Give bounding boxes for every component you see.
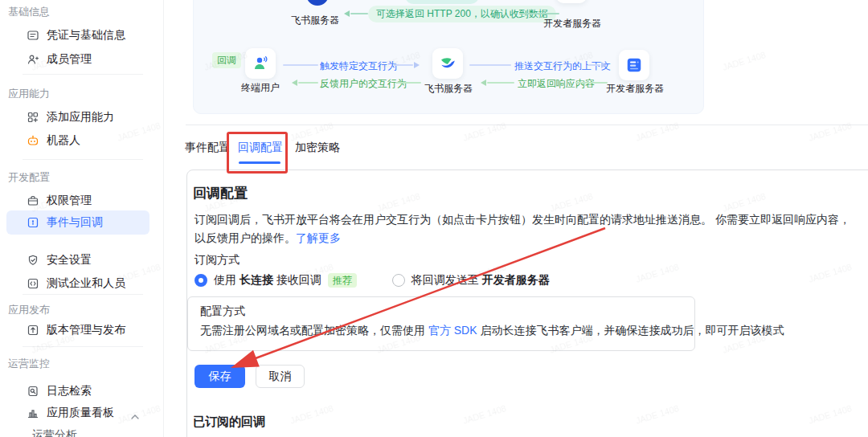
flow-label: 立即返回响应内容: [518, 77, 595, 91]
sidebar-item-ops-analysis[interactable]: 运营分析: [32, 428, 77, 437]
tab-event-config[interactable]: 事件配置: [185, 141, 230, 155]
dev-server-node: [619, 50, 649, 80]
option-long-connection-label: 使用 长连接 接收回调: [214, 273, 321, 288]
sidebar-section-ops-monitor: 运营监控: [8, 357, 50, 371]
flow-label: 触发特定交互行为: [320, 59, 397, 73]
sidebar-divider: [23, 159, 143, 160]
robot-icon: [27, 134, 39, 147]
diagram-node-label: 飞书服务器: [291, 14, 339, 27]
sidebar-item-label: 版本管理与发布: [47, 323, 125, 337]
event-callback-icon: [27, 216, 39, 229]
radio-long-connection[interactable]: [194, 274, 207, 287]
subscribed-callbacks-title: 已订阅的回调: [193, 415, 265, 430]
flow-label: 推送交互行为的上下文: [514, 59, 611, 73]
sidebar-item-log-search[interactable]: 日志检索: [6, 380, 149, 402]
sidebar-item-security[interactable]: 安全设置: [6, 249, 149, 272]
diagram-node-label: 开发者服务器: [605, 82, 665, 96]
official-sdk-link[interactable]: 官方 SDK: [428, 324, 477, 337]
save-button[interactable]: 保存: [194, 365, 245, 388]
sidebar-item-label: 日志检索: [47, 384, 92, 398]
arrow-left-icon: [481, 80, 486, 86]
sidebar-section-basic-info: 基础信息: [8, 5, 50, 19]
diagram-node-label: 飞书服务器: [424, 82, 473, 96]
sidebar-item-label: 机器人: [47, 133, 80, 148]
sidebar-item-quality-board[interactable]: 应用质量看板: [6, 402, 149, 424]
id-card-icon: [27, 29, 39, 42]
diagram-node-label: 开发者服务器: [542, 17, 602, 31]
sidebar-item-label: 应用质量看板: [47, 406, 114, 420]
sidebar-item-version-release[interactable]: 版本管理与发布: [6, 319, 149, 341]
sidebar-divider: [23, 346, 143, 347]
tab-encrypt-policy[interactable]: 加密策略: [295, 141, 340, 155]
subscribe-mode-label: 订阅方式: [194, 253, 240, 268]
learn-more-link[interactable]: 了解更多: [296, 231, 341, 244]
sidebar-section-dev-config: 开发配置: [8, 170, 50, 185]
sidebar-item-add-capability[interactable]: 添加应用能力: [6, 106, 149, 129]
tab-callback-config[interactable]: 回调配置: [238, 141, 283, 155]
upload-square-icon: [27, 324, 39, 337]
shield-check-icon: [27, 254, 39, 267]
sidebar-item-label: 测试企业和人员: [47, 276, 125, 291]
user-plus-icon: [27, 53, 39, 66]
sidebar-item-credentials[interactable]: 凭证与基础信息: [6, 24, 149, 47]
end-user-node: [245, 48, 276, 79]
sidebar-item-members[interactable]: 成员管理: [6, 48, 149, 71]
chevron-up-icon[interactable]: [130, 409, 140, 415]
sidebar-item-label: 添加应用能力: [47, 110, 114, 125]
active-tab-underline: [239, 161, 280, 164]
arrow-left-icon: [344, 10, 350, 17]
option-dev-server-label: 将回调发送至 开发者服务器: [411, 273, 550, 288]
log-search-icon: [27, 385, 39, 398]
grid-plus-icon: [27, 111, 39, 124]
feishu-logo-icon: [438, 54, 457, 73]
server-icon: [625, 56, 643, 74]
config-mode-title: 配置方式: [200, 304, 245, 319]
sidebar-divider: [23, 294, 143, 295]
arrow-left-icon: [292, 80, 297, 86]
recommended-badge: 推荐: [328, 273, 357, 288]
sidebar-item-label: 成员管理: [47, 52, 92, 67]
sidebar-section-app-release: 应用发布: [8, 303, 50, 317]
sidebar-item-bot[interactable]: 机器人: [6, 129, 149, 152]
subscribe-options: 使用 长连接 接收回调 推荐 将回调发送至 开发者服务器: [194, 272, 550, 288]
sidebar-section-app-capability: 应用能力: [8, 87, 50, 101]
section-title: 回调配置: [193, 184, 248, 202]
callback-tag: 回调: [212, 52, 241, 68]
cancel-button[interactable]: 取消: [256, 365, 305, 388]
app-page: 基础信息 凭证与基础信息 成员管理 应用能力 添加应用能力 机器人: [0, 0, 868, 437]
tab-strip-top-line: [186, 125, 868, 125]
radio-dev-server[interactable]: [392, 274, 405, 287]
code-square-icon: [27, 277, 39, 290]
arrow-right-icon: [601, 62, 607, 68]
sidebar-divider: [23, 74, 143, 75]
sidebar-item-events-callbacks[interactable]: 事件与回调: [6, 210, 149, 235]
sidebar-item-test-company[interactable]: 测试企业和人员: [6, 272, 149, 295]
push-data-pill: 推送数据变化: [405, 0, 479, 4]
arrow-right-icon: [414, 62, 420, 68]
flow-label: 反馈用户的交互行为: [320, 77, 407, 91]
section-description: 订阅回调后，飞书开放平台将会在用户交互行为（如点击卡片按钮）发生时向配置的请求地…: [194, 210, 857, 247]
sidebar: 基础信息 凭证与基础信息 成员管理 应用能力 添加应用能力 机器人: [0, 0, 164, 437]
diagram-node-label: 终端用户: [241, 81, 280, 95]
sidebar-item-label: 事件与回调: [47, 215, 103, 230]
sidebar-item-label: 安全设置: [47, 253, 92, 268]
bar-chart-icon: [27, 406, 39, 419]
sidebar-item-label: 凭证与基础信息: [47, 28, 125, 43]
sidebar-item-label: 权限管理: [47, 194, 92, 208]
description-text: 订阅回调后，飞书开放平台将会在用户交互行为（如点击卡片按钮）发生时向配置的请求地…: [194, 213, 850, 244]
config-mode-body: 无需注册公网域名或配置加密策略，仅需使用 官方 SDK 启动长连接飞书客户端，并…: [200, 324, 784, 338]
end-user-icon: [251, 54, 270, 73]
sidebar-item-permissions[interactable]: 权限管理: [6, 190, 149, 212]
briefcase-icon: [27, 194, 39, 207]
feishu-server-node: [432, 48, 463, 79]
